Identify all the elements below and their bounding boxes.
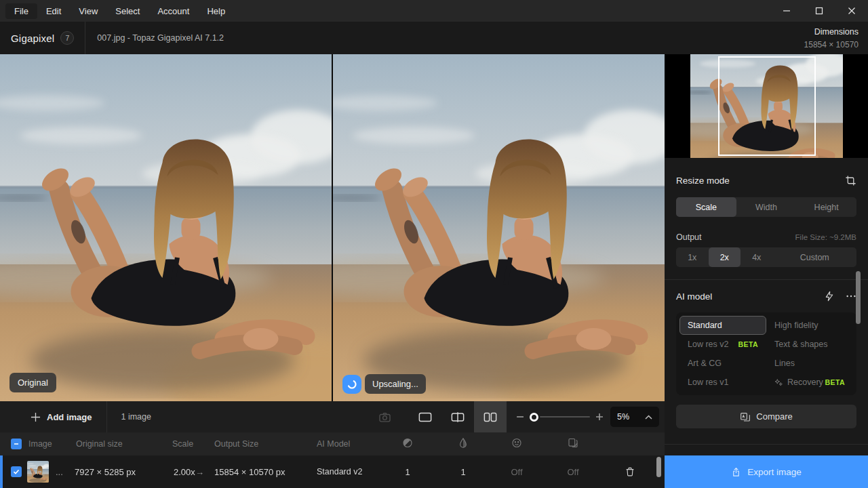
model-label: Low res v2 [688,340,738,349]
navigation-preview [665,54,868,158]
image-count: 1 image [121,412,151,422]
auto-select-icon[interactable] [824,291,835,302]
row-output-size: 15854 × 10570 px [214,467,285,477]
image-table-row[interactable]: ... 7927 × 5285 px 2.00x → 15854 × 10570… [0,455,665,488]
col-image: Image [28,439,52,449]
side-by-side-view-button[interactable] [474,401,507,432]
settings-area: Resize mode Scale Width Height Output Fi… [665,158,868,444]
model-label: High fidelity [774,321,845,330]
col-scale: Scale [172,439,193,449]
gigapixel-window: File Edit View Select Account Help Gigap… [0,0,868,488]
model-text-shapes[interactable]: Text & shapes [766,335,853,354]
col-ai-model: AI Model [317,439,350,449]
tab-height[interactable]: Height [796,197,856,217]
menu-account[interactable]: Account [149,3,198,19]
export-label: Export image [747,467,802,477]
model-label: Recovery [787,378,825,387]
toolbar-divider [106,401,107,432]
model-label: Standard [688,321,758,330]
menu-help[interactable]: Help [198,3,234,19]
menu-view[interactable]: View [70,3,106,19]
chevron-up-icon [645,415,652,420]
model-low-res-v1[interactable]: Low res v1 [679,373,766,392]
add-image-label: Add image [47,412,92,422]
single-view-button[interactable] [409,401,441,432]
window-controls [770,0,868,22]
resize-mode-title: Resize mode [676,176,730,186]
original-pane[interactable]: Original [0,54,333,401]
ai-model-title: AI model [676,291,712,302]
select-all-checkbox[interactable] [11,439,22,449]
image-viewer: Original Upscaling... [0,54,665,401]
zoom-slider [516,413,604,422]
deblur-icon [458,438,468,451]
option-custom[interactable]: Custom [773,247,857,267]
row-deblur-value[interactable]: 1 [460,467,465,477]
nav-thumbnail[interactable] [690,54,843,158]
app-header: Gigapixel 7 007.jpg - Topaz Gigapixel AI… [0,22,868,54]
model-high-fidelity[interactable]: High fidelity [766,316,853,335]
face-recovery-icon [511,438,522,451]
sparkle-icon [774,378,783,387]
right-panel: Resize mode Scale Width Height Output Fi… [665,54,868,488]
crop-icon[interactable] [845,175,856,186]
menubar: File Edit View Select Account Help [0,0,868,22]
brand: Gigapixel 7 [0,22,85,54]
menu-edit[interactable]: Edit [37,3,70,19]
compare-label: Compare [756,411,792,422]
file-size-estimate: File Size: ~9.2MB [795,233,856,241]
preview-pane[interactable]: Upscaling... [333,54,665,401]
app-name: Gigapixel [11,33,54,44]
panel-scrollbar[interactable] [856,271,861,324]
model-label: Lines [774,359,845,368]
model-lines[interactable]: Lines [766,354,853,373]
table-scrollbar[interactable] [656,457,661,477]
add-image-button[interactable]: Add image [31,412,92,422]
document-title: 007.jpg - Topaz Gigapixel AI 7.1.2 [85,33,224,43]
row-ai-model[interactable]: Standard v2 [317,467,362,476]
more-options-icon[interactable] [846,291,856,302]
snapshot-icon[interactable] [378,411,391,424]
maximize-icon[interactable] [803,0,835,22]
menu-select[interactable]: Select [106,3,149,19]
minimize-icon[interactable] [770,0,803,22]
model-label: Art & CG [688,359,758,368]
option-1x[interactable]: 1x [676,247,709,267]
close-icon[interactable] [835,0,868,22]
row-face-recovery-value[interactable]: Off [511,467,522,477]
original-photo [0,54,332,401]
version-badge: 7 [60,31,74,45]
split-view-button[interactable] [441,401,474,432]
compare-button[interactable]: Compare [676,405,856,428]
row-denoise-value[interactable]: 1 [405,467,410,477]
row-filename: ... [56,467,63,477]
row-scale[interactable]: 2.00x [174,467,195,477]
model-recovery[interactable]: Recovery BETA [766,373,853,392]
dimensions-label: Dimensions [804,27,859,37]
option-2x[interactable]: 2x [709,247,741,267]
model-standard[interactable]: Standard [679,316,766,335]
menu-file[interactable]: File [5,3,37,19]
delete-image-icon[interactable] [625,466,635,478]
preview-photo [333,54,665,401]
zoom-slider-track[interactable] [540,416,590,418]
zoom-in-icon[interactable] [595,413,604,421]
zoom-level-select[interactable]: 5% [610,407,659,427]
original-badge: Original [9,373,56,392]
row-versions-value[interactable]: Off [567,467,578,477]
row-checkbox[interactable] [11,466,22,477]
upscaling-badge: Upscaling... [342,374,426,394]
viewport-rectangle[interactable] [718,56,816,156]
export-image-button[interactable]: Export image [665,455,868,488]
zoom-out-icon[interactable] [516,413,524,421]
row-original-size: 7927 × 5285 px [75,467,136,477]
model-low-res-v2[interactable]: Low res v2 BETA [679,335,766,354]
plus-icon [31,412,41,422]
resize-mode-tabs: Scale Width Height [676,197,856,217]
tab-scale[interactable]: Scale [676,197,736,217]
tab-width[interactable]: Width [736,197,797,217]
option-4x[interactable]: 4x [741,247,773,267]
denoise-icon [402,438,413,451]
zoom-slider-handle[interactable] [530,413,538,422]
model-art-cg[interactable]: Art & CG [679,354,766,373]
